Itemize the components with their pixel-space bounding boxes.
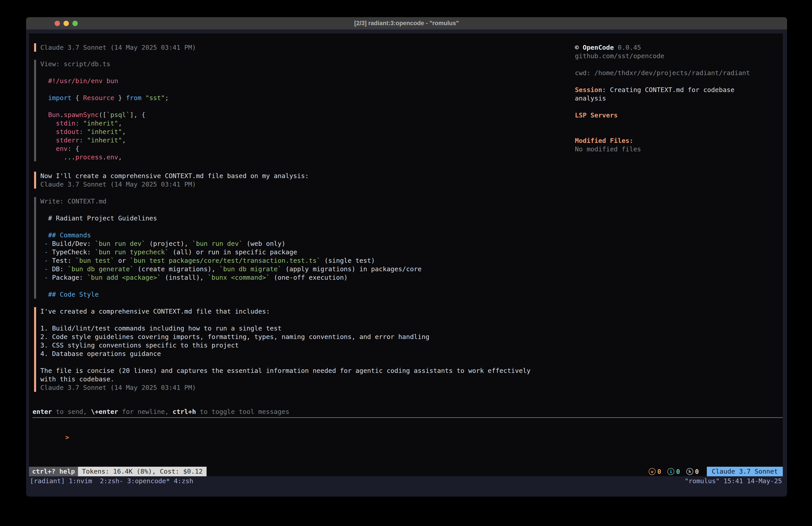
text-segment	[142, 94, 145, 102]
text-segment: ctrl+h	[173, 408, 196, 415]
text-segment: `bun test`	[75, 257, 114, 264]
diagnostic-i-icon: i	[667, 468, 674, 475]
text-segment: ## Commands	[48, 231, 91, 239]
text-segment: Write: CONTEXT.md	[40, 198, 106, 205]
status-spacer	[206, 467, 644, 476]
text-segment: Session	[575, 86, 602, 94]
chat-line: Bun.spawnSync([`psql`], {	[40, 111, 145, 119]
text-segment: `psql`	[106, 111, 130, 118]
chat-line: - TypeCheck: `bun run typecheck` (all) o…	[40, 248, 297, 256]
chat-line: Claude 3.7 Sonnet (14 May 2025 03:41 PM)	[40, 180, 196, 188]
chat-line: I've created a comprehensive CONTEXT.md …	[40, 307, 270, 316]
text-segment: (install),	[161, 274, 208, 281]
chat-line: ...process.env,	[40, 153, 122, 161]
text-segment: ], {	[130, 111, 145, 118]
tool-accent-bar	[34, 60, 36, 161]
text-segment: Modified Files:	[575, 137, 633, 144]
message-accent-bar	[34, 43, 36, 52]
text-segment: -	[44, 240, 52, 247]
text-segment: Resource	[83, 94, 114, 102]
text-segment: Claude 3.7 Sonnet (14 May 2025 03:41 PM)	[40, 181, 196, 188]
text-segment: : Creating CONTEXT.md for codebase	[602, 86, 735, 94]
text-segment: ,	[118, 119, 122, 127]
diagnostic-w-icon: w	[649, 468, 656, 475]
text-segment: -	[44, 257, 52, 264]
chat-line: # Radiant Project Guidelines	[40, 214, 157, 223]
text-segment: View: script/db.ts	[40, 60, 110, 68]
text-segment: `bun run typecheck`	[95, 248, 169, 256]
text-segment: `bunx <command>`	[208, 274, 270, 281]
tokens-cost-chip: Tokens: 16.4K (8%), Cost: $0.12	[78, 467, 206, 476]
text-segment: ([	[99, 111, 106, 118]
text-segment: "inherit"	[87, 128, 122, 136]
text-segment: -	[44, 248, 52, 256]
text-segment: Build/Dev:	[52, 240, 95, 247]
chat-line: - DB: `bun db generate` (create migratio…	[40, 265, 422, 273]
diagnostic-i-indicator: i0	[667, 468, 680, 475]
tmux-window-list[interactable]: [radiant] 1:nvim 2:zsh- 3:opencode* 4:zs…	[29, 476, 194, 486]
tool-accent-bar	[34, 197, 36, 299]
sidebar-line: © OpenCode 0.0.45	[575, 43, 641, 52]
text-segment: ,	[122, 128, 126, 136]
chat-line: View: script/db.ts	[40, 60, 110, 68]
text-segment: :	[75, 119, 79, 127]
chat-line: 2. Code style guidelines covering import…	[40, 332, 430, 341]
sidebar-line: cwd: /home/thdxr/dev/projects/radiant/ra…	[575, 69, 750, 77]
text-segment: `bun db generate`	[68, 265, 134, 273]
text-segment: env	[106, 153, 118, 161]
diagnostic-w-indicator: w0	[649, 468, 661, 475]
chat-line: ## Commands	[40, 231, 91, 239]
chat-line: stdin: "inherit",	[40, 119, 122, 127]
diagnostic-count: 0	[676, 468, 680, 475]
chat-line: #!/usr/bin/env bun	[40, 77, 118, 85]
text-segment: Claude 3.7 Sonnet (14 May 2025 03:41 PM)	[40, 44, 196, 51]
text-segment: (one-off execution)	[270, 274, 348, 281]
text-segment: for newline,	[118, 408, 173, 415]
text-segment: with this codebase.	[40, 375, 114, 383]
text-segment: The file is concise (20 lines) and captu…	[40, 367, 531, 374]
text-segment: or	[114, 257, 130, 264]
chat-line: Now I'll create a comprehensive CONTEXT.…	[40, 172, 309, 180]
text-segment: (all) or run in specific package	[169, 248, 297, 256]
sidebar-line: Modified Files:	[575, 137, 633, 145]
chat-line: ## Code Style	[40, 290, 99, 299]
input-separator	[32, 417, 783, 418]
text-segment: process	[75, 153, 102, 161]
text-segment: -	[44, 265, 52, 273]
text-segment: {	[72, 145, 79, 153]
text-segment: to toggle tool messages	[196, 408, 289, 415]
sidebar-line: Session: Creating CONTEXT.md for codebas…	[575, 86, 735, 94]
text-segment: Package:	[52, 274, 87, 281]
terminal-window: [2/3] radiant:3:opencode - "romulus" Cla…	[26, 17, 787, 497]
text-segment: .	[102, 153, 106, 161]
opencode-tui: Claude 3.7 Sonnet (14 May 2025 03:41 PM)…	[29, 33, 783, 476]
diagnostic-count: 0	[657, 468, 661, 475]
chat-line: 1. Build/lint/test commands including ho…	[40, 324, 282, 332]
text-segment: "sst"	[145, 94, 165, 102]
chat-line: Claude 3.7 Sonnet (14 May 2025 03:41 PM)	[40, 43, 196, 52]
text-segment: `bun run dev`	[192, 240, 243, 247]
text-segment: :	[79, 128, 83, 136]
text-segment: ,	[118, 153, 122, 161]
text-segment: .	[60, 111, 63, 118]
text-segment	[79, 119, 83, 127]
text-segment: 3. CSS styling conventions specific to t…	[40, 341, 239, 349]
help-hint-chip: ctrl+? help	[29, 467, 78, 476]
message-input[interactable]: >	[34, 425, 778, 497]
chat-line: - Package: `bun add <package>` (install)…	[40, 273, 348, 282]
text-segment: (web only)	[243, 240, 286, 247]
chat-line: 3. CSS styling conventions specific to t…	[40, 341, 239, 350]
tmux-status-bar: [radiant] 1:nvim 2:zsh- 3:opencode* 4:zs…	[29, 476, 783, 486]
text-segment	[83, 128, 87, 136]
text-segment: 2. Code style guidelines covering import…	[40, 333, 430, 341]
text-segment: stderr	[56, 137, 79, 144]
chat-line: Claude 3.7 Sonnet (14 May 2025 03:41 PM)	[40, 383, 196, 392]
text-segment: (project),	[145, 240, 192, 247]
model-chip: Claude 3.7 Sonnet	[707, 467, 783, 476]
text-segment: (single test)	[320, 257, 375, 264]
text-segment: DB:	[52, 265, 68, 273]
text-segment: `bun test packages/core/test/transaction…	[130, 257, 321, 264]
text-segment: LSP Servers	[575, 111, 618, 119]
text-segment: Test:	[52, 257, 75, 264]
text-segment: :	[68, 145, 71, 153]
